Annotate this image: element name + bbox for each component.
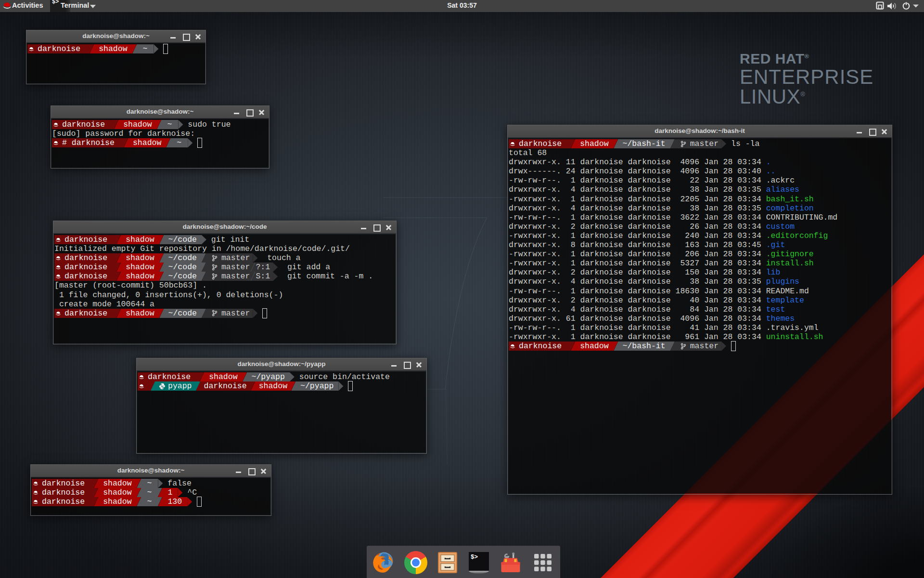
svg-text:$>: $> [471,554,478,561]
